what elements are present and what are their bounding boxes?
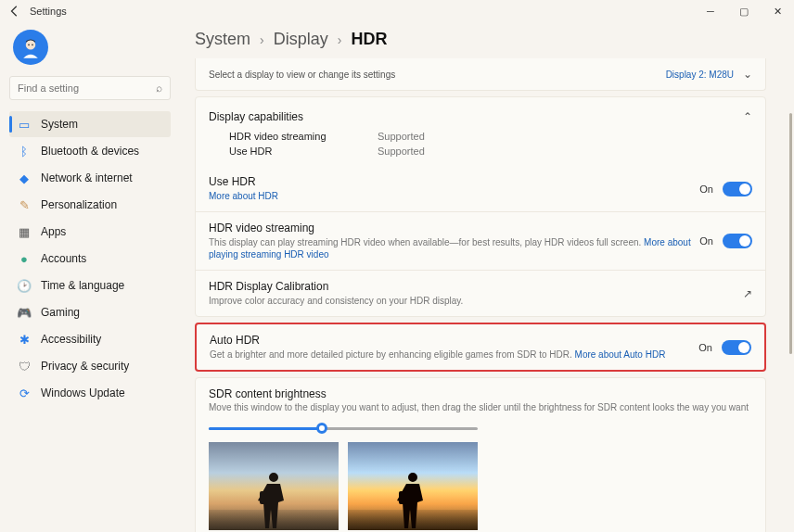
capability-row: HDR video streamingSupported bbox=[196, 129, 765, 144]
auto-hdr-row: Auto HDR Get a brighter and more detaile… bbox=[197, 324, 764, 370]
search-icon: ⌕ bbox=[156, 82, 162, 95]
open-external-icon: ↗ bbox=[743, 287, 752, 300]
auto-hdr-panel: Auto HDR Get a brighter and more detaile… bbox=[195, 323, 766, 372]
display-selector-hint: Select a display to view or change its s… bbox=[209, 70, 666, 80]
comparison-thumbnails: SDR content HDR content (for comparison) bbox=[209, 442, 752, 532]
sdr-preview-image bbox=[209, 442, 339, 530]
hdr-calibration-sub: Improve color accuracy and consistency o… bbox=[209, 295, 743, 307]
sidebar-item-label: Bluetooth & devices bbox=[41, 145, 139, 158]
use-hdr-title: Use HDR bbox=[209, 175, 699, 188]
breadcrumb-system[interactable]: System bbox=[195, 30, 250, 49]
more-about-hdr-link[interactable]: More about HDR bbox=[209, 191, 278, 201]
accessibility-icon: ✱ bbox=[17, 332, 32, 347]
capability-row: Use HDRSupported bbox=[196, 144, 765, 166]
sidebar-item-accounts[interactable]: ●Accounts bbox=[9, 246, 171, 272]
sidebar-item-label: Apps bbox=[41, 225, 66, 238]
clock-icon: 🕑 bbox=[17, 278, 32, 293]
display-selector-value: Display 2: M28U bbox=[666, 70, 734, 80]
sidebar-item-personalization[interactable]: ✎Personalization bbox=[9, 192, 171, 218]
chevron-right-icon: › bbox=[338, 32, 342, 47]
search-input[interactable] bbox=[18, 82, 156, 94]
close-button[interactable]: ✕ bbox=[761, 0, 794, 22]
sidebar-item-label: Windows Update bbox=[41, 386, 125, 399]
scrollbar[interactable] bbox=[789, 113, 792, 354]
auto-hdr-state: On bbox=[698, 342, 712, 353]
breadcrumb-hdr: HDR bbox=[351, 30, 387, 49]
capabilities-panel: Display capabilities ⌃ HDR video streami… bbox=[195, 96, 766, 317]
svg-point-1 bbox=[26, 40, 35, 49]
sidebar-item-label: Network & internet bbox=[41, 171, 133, 184]
sidebar-item-privacy[interactable]: 🛡Privacy & security bbox=[9, 353, 171, 379]
hdr-streaming-toggle[interactable] bbox=[723, 234, 752, 248]
sidebar-item-apps[interactable]: ▦Apps bbox=[9, 219, 171, 245]
auto-hdr-title: Auto HDR bbox=[210, 334, 698, 347]
hdr-preview-image bbox=[348, 442, 478, 530]
back-button[interactable] bbox=[7, 4, 22, 19]
sidebar-item-label: System bbox=[41, 118, 78, 131]
sidebar-item-label: Accessibility bbox=[41, 333, 101, 346]
app-title: Settings bbox=[30, 6, 67, 17]
sidebar: ⌕ ▭System ᛒBluetooth & devices ◆Network … bbox=[0, 22, 176, 532]
chevron-right-icon: › bbox=[260, 32, 264, 47]
use-hdr-state: On bbox=[699, 184, 713, 195]
sidebar-item-bluetooth[interactable]: ᛒBluetooth & devices bbox=[9, 138, 171, 164]
sdr-brightness-sub: Move this window to the display you want… bbox=[209, 402, 752, 412]
system-icon: ▭ bbox=[17, 117, 32, 132]
sidebar-item-label: Privacy & security bbox=[41, 360, 129, 373]
chevron-down-icon: ⌄ bbox=[743, 68, 752, 81]
sidebar-item-system[interactable]: ▭System bbox=[9, 111, 171, 137]
sidebar-item-label: Personalization bbox=[41, 198, 117, 211]
svg-point-3 bbox=[32, 44, 33, 46]
slider-thumb[interactable] bbox=[316, 423, 327, 434]
sdr-brightness-panel: SDR content brightness Move this window … bbox=[195, 377, 766, 532]
sidebar-item-gaming[interactable]: 🎮Gaming bbox=[9, 299, 171, 325]
avatar[interactable] bbox=[13, 30, 48, 65]
auto-hdr-toggle[interactable] bbox=[722, 340, 751, 355]
apps-icon: ▦ bbox=[17, 224, 32, 239]
display-selector-panel: Select a display to view or change its s… bbox=[195, 58, 766, 91]
sidebar-item-accessibility[interactable]: ✱Accessibility bbox=[9, 326, 171, 352]
breadcrumb: System › Display › HDR bbox=[195, 30, 766, 49]
wifi-icon: ◆ bbox=[17, 171, 32, 185]
more-about-auto-hdr-link[interactable]: More about Auto HDR bbox=[575, 349, 666, 360]
sdr-brightness-title: SDR content brightness bbox=[209, 387, 752, 400]
nav: ▭System ᛒBluetooth & devices ◆Network & … bbox=[9, 111, 171, 406]
hdr-streaming-state: On bbox=[699, 235, 713, 247]
hdr-calibration-title: HDR Display Calibration bbox=[209, 280, 743, 293]
hdr-calibration-row[interactable]: HDR Display Calibration Improve color ac… bbox=[196, 270, 765, 316]
sidebar-item-label: Accounts bbox=[41, 252, 86, 265]
user-icon: ● bbox=[17, 251, 32, 266]
sidebar-item-update[interactable]: ⟳Windows Update bbox=[9, 380, 171, 406]
display-selector-row[interactable]: Select a display to view or change its s… bbox=[196, 58, 765, 90]
hdr-streaming-title: HDR video streaming bbox=[209, 222, 699, 234]
gaming-icon: 🎮 bbox=[17, 305, 32, 320]
svg-point-2 bbox=[28, 44, 30, 46]
sidebar-item-time[interactable]: 🕑Time & language bbox=[9, 272, 171, 298]
hdr-streaming-row: HDR video streaming This display can pla… bbox=[196, 211, 765, 270]
main-content: System › Display › HDR Select a display … bbox=[176, 22, 794, 532]
title-bar: Settings bbox=[0, 0, 794, 22]
capabilities-header[interactable]: Display capabilities ⌃ bbox=[196, 97, 765, 129]
capabilities-title: Display capabilities bbox=[209, 110, 303, 123]
sdr-brightness-slider[interactable] bbox=[209, 422, 478, 435]
use-hdr-row: Use HDR More about HDR On bbox=[196, 166, 765, 211]
breadcrumb-display[interactable]: Display bbox=[274, 30, 328, 49]
brush-icon: ✎ bbox=[17, 197, 32, 212]
chevron-up-icon: ⌃ bbox=[743, 110, 752, 123]
minimize-button[interactable]: ─ bbox=[694, 0, 727, 22]
bluetooth-icon: ᛒ bbox=[17, 144, 32, 158]
maximize-button[interactable]: ▢ bbox=[727, 0, 761, 22]
update-icon: ⟳ bbox=[17, 386, 32, 400]
use-hdr-toggle[interactable] bbox=[723, 182, 752, 196]
sidebar-item-label: Gaming bbox=[41, 306, 80, 319]
svg-rect-4 bbox=[260, 491, 267, 504]
window-controls: ─ ▢ ✕ bbox=[694, 0, 794, 22]
svg-rect-5 bbox=[399, 491, 406, 504]
sidebar-item-label: Time & language bbox=[41, 279, 124, 292]
sidebar-item-network[interactable]: ◆Network & internet bbox=[9, 165, 171, 191]
search-input-container[interactable]: ⌕ bbox=[9, 76, 171, 100]
shield-icon: 🛡 bbox=[17, 359, 32, 374]
